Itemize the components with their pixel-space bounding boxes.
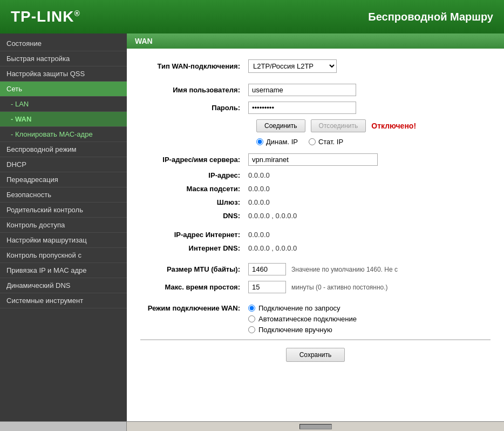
sidebar-item-quick-setup[interactable]: Быстрая настройка [0, 51, 127, 66]
subnet-label: Маска подсети: [140, 185, 248, 193]
connect-button-row: Соединить Отсоединить Отключено! [256, 119, 491, 132]
sidebar-item-network[interactable]: Сеть [0, 82, 127, 97]
logo: TP-LINK® [11, 8, 80, 25]
wan-type-select[interactable]: PPPoE/Россия PPPoEL2TP/Россия L2TPPPTP/Р… [248, 59, 337, 73]
disconnect-button[interactable]: Отсоединить [311, 119, 366, 132]
sidebar-item-parental[interactable]: Родительский контроль [0, 203, 127, 218]
static-ip-label: Стат. IP [318, 138, 343, 146]
status-badge: Отключено! [371, 122, 416, 130]
wan-mode-on-demand-radio[interactable] [248, 305, 255, 312]
internet-dns-label: Интернет DNS: [140, 244, 248, 252]
sidebar-item-wireless[interactable]: Беспроводной режим [0, 142, 127, 157]
password-row: Пароль: [140, 102, 491, 114]
mtu-input[interactable] [248, 263, 286, 275]
save-button[interactable]: Сохранить [286, 348, 345, 362]
save-row: Сохранить [140, 339, 491, 362]
logo-registered: ® [74, 9, 80, 18]
idle-input[interactable] [248, 281, 286, 293]
sidebar-item-bandwidth[interactable]: Контроль пропускной с [0, 248, 127, 263]
wan-mode-manual: Подключение вручную [248, 326, 357, 334]
internet-ip-value: 0.0.0.0 [248, 231, 270, 239]
sidebar-item-systools[interactable]: Системные инструмент [0, 293, 127, 308]
mtu-row: Размер MTU (байты): Значение по умолчани… [140, 263, 491, 275]
username-row: Имя пользователя: [140, 84, 491, 96]
dns-value: 0.0.0.0 , 0.0.0.0 [248, 212, 297, 220]
sidebar-item-status[interactable]: Состояние [0, 36, 127, 51]
password-label: Пароль: [140, 104, 248, 112]
dns-row: DNS: 0.0.0.0 , 0.0.0.0 [140, 212, 491, 220]
wan-mode-auto: Автоматическое подключение [248, 315, 357, 323]
internet-dns-value: 0.0.0.0 , 0.0.0.0 [248, 244, 297, 252]
dynamic-ip-label: Динам. IP [266, 138, 298, 146]
wan-mode-on-demand: Подключение по запросу [248, 304, 357, 312]
ip-row: IP-адрес: 0.0.0.0 [140, 171, 491, 179]
main-content: WAN Тип WAN-подключения: PPPoE/Россия PP… [127, 33, 504, 421]
header-title: Беспроводной Маршру [368, 11, 493, 23]
wan-mode-section: Режим подключение WAN: Подключение по за… [140, 304, 491, 334]
subnet-row: Маска подсети: 0.0.0.0 [140, 185, 491, 193]
static-ip-radio[interactable] [309, 138, 316, 145]
header: TP-LINK® Беспроводной Маршру [0, 0, 504, 33]
wan-mode-manual-radio[interactable] [248, 326, 255, 333]
sidebar-item-dyndns[interactable]: Динамический DNS [0, 278, 127, 293]
content-area: Тип WAN-подключения: PPPoE/Россия PPPoEL… [127, 49, 504, 421]
username-label: Имя пользователя: [140, 86, 248, 94]
wan-mode-options: Подключение по запросу Автоматическое по… [248, 304, 357, 334]
connect-button[interactable]: Соединить [256, 119, 305, 132]
internet-ip-label: IP-адрес Интернет: [140, 231, 248, 239]
wan-mode-auto-radio[interactable] [248, 315, 255, 322]
server-row: IP-адрес/имя сервера: [140, 153, 491, 166]
page-title: WAN [127, 33, 504, 49]
main-layout: СостояниеБыстрая настройкаНастройка защи… [0, 33, 504, 421]
internet-ip-row: IP-адрес Интернет: 0.0.0.0 [140, 231, 491, 239]
ip-value: 0.0.0.0 [248, 171, 270, 179]
sidebar-item-lan[interactable]: - LAN [0, 97, 127, 112]
wan-type-row: Тип WAN-подключения: PPPoE/Россия PPPoEL… [140, 59, 491, 73]
static-ip-option: Стат. IP [309, 138, 343, 146]
sidebar-item-ip-mac[interactable]: Привязка IP и МАС адре [0, 263, 127, 278]
sidebar-item-security[interactable]: Безопасность [0, 187, 127, 203]
gateway-row: Шлюз: 0.0.0.0 [140, 198, 491, 206]
password-input[interactable] [248, 102, 356, 114]
dns-label: DNS: [140, 212, 248, 220]
ip-mode-row: Динам. IP Стат. IP [256, 138, 491, 146]
sidebar-item-forwarding[interactable]: Переадресация [0, 172, 127, 187]
idle-note: минуты (0 - активно постоянно.) [291, 284, 388, 291]
sidebar-item-dhcp[interactable]: DHCP [0, 157, 127, 172]
idle-row: Макс. время простоя: минуты (0 - активно… [140, 281, 491, 293]
sidebar-item-qss[interactable]: Настройка защиты QSS [0, 66, 127, 82]
server-label: IP-адрес/имя сервера: [140, 156, 248, 164]
username-input[interactable] [248, 84, 356, 96]
wan-mode-label: Режим подключение WAN: [140, 304, 248, 334]
wan-mode-manual-label: Подключение вручную [258, 326, 332, 334]
sidebar: СостояниеБыстрая настройкаНастройка защи… [0, 33, 127, 421]
sidebar-item-access[interactable]: Контроль доступа [0, 218, 127, 233]
logo-text: TP-LINK [11, 8, 74, 25]
internet-dns-row: Интернет DNS: 0.0.0.0 , 0.0.0.0 [140, 244, 491, 252]
sidebar-item-routing[interactable]: Настройки маршрутизац [0, 233, 127, 248]
wan-mode-on-demand-label: Подключение по запросу [258, 304, 340, 312]
dynamic-ip-option: Динам. IP [256, 138, 298, 146]
gateway-value: 0.0.0.0 [248, 198, 270, 206]
sidebar-item-mac-clone[interactable]: - Клонировать МАС-адре [0, 127, 127, 142]
mtu-note: Значение по умолчанию 1460. Не с [291, 266, 398, 273]
wan-type-label: Тип WAN-подключения: [140, 62, 248, 70]
subnet-value: 0.0.0.0 [248, 185, 270, 193]
gateway-label: Шлюз: [140, 198, 248, 206]
mtu-label: Размер MTU (байты): [140, 265, 248, 273]
bottom-bar [0, 421, 504, 431]
wan-mode-auto-label: Автоматическое подключение [258, 315, 357, 323]
sidebar-item-wan[interactable]: - WAN [0, 112, 127, 127]
server-input[interactable] [248, 153, 378, 166]
dynamic-ip-radio[interactable] [256, 138, 263, 145]
idle-label: Макс. время простоя: [140, 283, 248, 291]
ip-label: IP-адрес: [140, 171, 248, 179]
